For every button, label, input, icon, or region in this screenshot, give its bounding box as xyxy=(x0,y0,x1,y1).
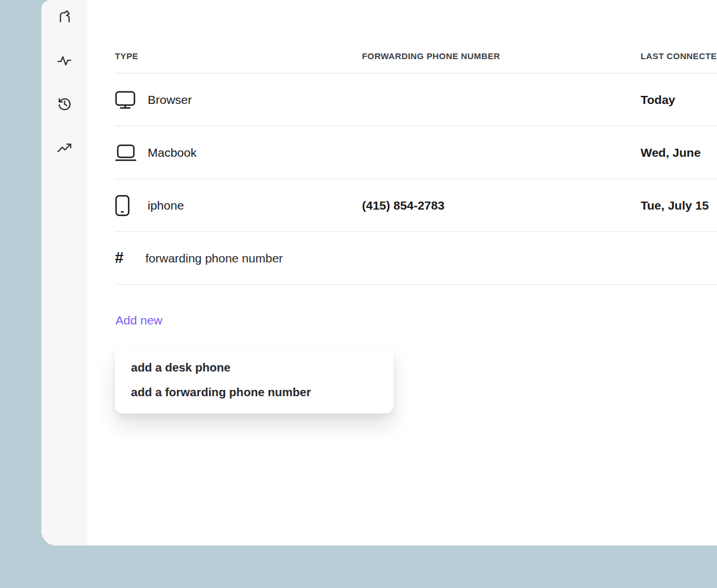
forwarding-phone-number-input-row[interactable]: # forwarding phone number xyxy=(115,232,717,285)
column-header-type: TYPE xyxy=(115,51,362,61)
add-new-menu: add a desk phone add a forwarding phone … xyxy=(115,346,394,413)
logo-icon xyxy=(57,9,72,26)
device-name: Browser xyxy=(148,93,192,107)
smartphone-icon xyxy=(115,195,138,216)
last-connected-value: Today xyxy=(641,93,717,107)
device-name: Macbook xyxy=(148,146,196,160)
table-row-browser[interactable]: Browser Today xyxy=(115,74,717,126)
history-icon xyxy=(57,97,72,113)
column-header-forwarding-phone-number: FORWARDING PHONE NUMBER xyxy=(362,51,641,61)
laptop-icon xyxy=(115,144,138,161)
device-type-cell: Browser xyxy=(115,91,362,109)
device-name: iphone xyxy=(148,199,184,212)
last-connected-value: Wed, June xyxy=(641,146,717,160)
add-new-button[interactable]: Add new xyxy=(115,314,163,327)
table-row-macbook[interactable]: Macbook Wed, June xyxy=(115,126,717,179)
device-type-cell: Macbook xyxy=(115,144,362,161)
sidebar-item-activity[interactable] xyxy=(56,53,73,70)
forwarding-number-value: (415) 854-2783 xyxy=(362,199,641,212)
column-header-last-connected: LAST CONNECTED xyxy=(641,51,717,61)
trending-up-icon xyxy=(57,141,72,157)
menu-item-add-forwarding-phone-number[interactable]: add a forwarding phone number xyxy=(131,385,377,399)
app-window: TYPE FORWARDING PHONE NUMBER LAST CONNEC… xyxy=(41,0,717,546)
table-row-iphone[interactable]: iphone (415) 854-2783 Tue, July 15 xyxy=(115,179,717,232)
monitor-icon xyxy=(115,91,138,109)
activity-icon xyxy=(57,53,72,70)
main-content: TYPE FORWARDING PHONE NUMBER LAST CONNEC… xyxy=(87,0,717,546)
last-connected-value: Tue, July 15 xyxy=(641,199,717,212)
table-header: TYPE FORWARDING PHONE NUMBER LAST CONNEC… xyxy=(115,0,717,74)
sidebar-item-trending[interactable] xyxy=(56,140,73,157)
menu-item-add-desk-phone[interactable]: add a desk phone xyxy=(131,361,377,374)
hash-icon: # xyxy=(115,249,138,267)
sidebar xyxy=(41,0,87,546)
devices-table: TYPE FORWARDING PHONE NUMBER LAST CONNEC… xyxy=(115,0,717,285)
new-entry-cell: # forwarding phone number xyxy=(115,249,283,267)
forwarding-phone-number-label: forwarding phone number xyxy=(145,252,283,265)
sidebar-item-history[interactable] xyxy=(56,96,73,114)
device-type-cell: iphone xyxy=(115,195,362,216)
sidebar-item-logo[interactable] xyxy=(56,9,73,26)
